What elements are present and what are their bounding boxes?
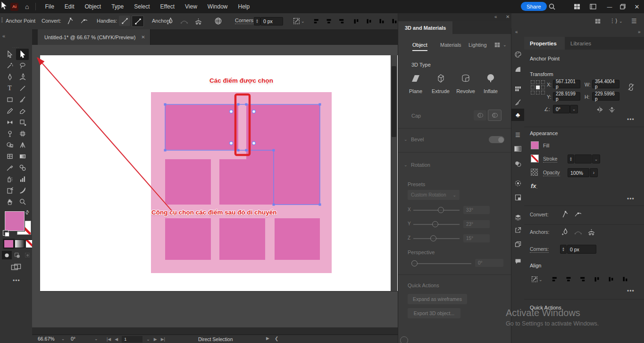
rotation-value[interactable]: 0° — [71, 336, 75, 342]
export-panel-icon[interactable] — [511, 224, 524, 236]
w-input[interactable]: 354.4004 p — [592, 80, 619, 88]
fill-color-button[interactable] — [4, 240, 14, 248]
color-guide-panel-icon[interactable] — [511, 63, 524, 76]
color-panel-icon[interactable] — [511, 48, 524, 60]
last-page-icon[interactable]: ▶| — [161, 337, 165, 342]
canvas-area[interactable]: Các điểm được chọn Công cụ chọn các điểm… — [32, 45, 398, 334]
rectangle-tool[interactable] — [3, 94, 16, 105]
pen-tool[interactable] — [3, 71, 16, 83]
puppet-warp-tool[interactable] — [3, 128, 16, 139]
reference-point-grid[interactable] — [531, 80, 545, 94]
document-tab[interactable]: Untitled-1* @ 66.67 % (CMYK/Preview) ✕ — [38, 29, 151, 45]
align-target-icon[interactable] — [531, 275, 538, 283]
restore-button[interactable] — [619, 3, 627, 10]
draw-inside-mode[interactable] — [23, 251, 33, 259]
comments-panel-icon[interactable] — [511, 255, 524, 267]
props-cut-path-icon[interactable] — [587, 228, 595, 236]
close-button[interactable]: ✕ — [631, 1, 643, 12]
menu-view[interactable]: View — [180, 0, 202, 13]
draw-behind-mode[interactable] — [12, 251, 22, 259]
add-anchor-icon[interactable] — [166, 17, 174, 25]
gradient-tool[interactable] — [16, 151, 29, 162]
graphic-styles-panel-icon[interactable] — [511, 191, 524, 204]
artboard-tool[interactable] — [16, 128, 29, 139]
home-icon[interactable]: ⌂ — [25, 3, 29, 10]
menu-effect[interactable]: Effect — [155, 0, 180, 13]
align-hcenter-icon[interactable] — [325, 17, 333, 25]
screen-mode-icon[interactable] — [10, 263, 22, 271]
status-expand-icon[interactable]: ▶ — [266, 336, 269, 341]
opacity-input[interactable]: 100% — [568, 168, 589, 177]
shape-builder-tool[interactable] — [3, 139, 16, 151]
vertical-scrollbar[interactable] — [391, 55, 397, 291]
page-chevron[interactable]: ⌄ — [146, 337, 150, 342]
curvature-tool[interactable] — [16, 71, 29, 83]
column-graph-tool[interactable] — [16, 173, 29, 185]
selection-tool[interactable] — [3, 49, 16, 60]
scrollbar-thumb[interactable] — [392, 66, 396, 137]
artboards-panel-icon[interactable] — [511, 238, 524, 250]
opacity-label[interactable]: Opacity — [543, 170, 560, 176]
menu-object[interactable]: Object — [80, 0, 107, 13]
page-number-input[interactable]: 1 — [122, 336, 142, 343]
stroke-weight-stepper[interactable]: ▲▼ — [568, 154, 574, 163]
line-segment-tool[interactable] — [16, 83, 29, 94]
magic-wand-tool[interactable] — [3, 60, 16, 71]
hide-handles-button[interactable] — [132, 16, 144, 27]
search-icon[interactable] — [548, 3, 556, 10]
edit-toolbar-more[interactable]: ••• — [13, 277, 20, 284]
slice-tool[interactable] — [3, 185, 16, 196]
eyedropper-tool[interactable] — [3, 162, 16, 173]
status-collapse-icon[interactable]: ❮ — [275, 336, 278, 341]
menu-help[interactable]: Help — [233, 0, 255, 13]
artwork-rect-bottom-center[interactable] — [219, 218, 265, 260]
mesh-tool[interactable] — [3, 151, 16, 162]
flip-horizontal-icon[interactable] — [596, 106, 603, 113]
pencil-tool[interactable] — [3, 105, 16, 117]
panel-collapse-icon[interactable]: « — [494, 14, 497, 19]
align-top-icon[interactable] — [352, 17, 360, 25]
width-tool[interactable] — [3, 117, 16, 128]
artwork-rect-bottom-left[interactable] — [165, 218, 211, 260]
stroke-weight-chevron[interactable]: ⌄ — [592, 154, 600, 163]
tab-materials[interactable]: Materials — [440, 42, 461, 48]
type-tool[interactable]: T — [3, 83, 16, 94]
props-align-top-icon[interactable] — [593, 275, 601, 283]
prev-page-icon[interactable]: ◀ — [115, 337, 118, 342]
workspace-switch-icon[interactable]: ⋮⟩ ⌄ — [610, 17, 623, 24]
corners-stepper[interactable]: ▲▼ — [254, 17, 260, 26]
dock-grid-icon[interactable] — [594, 18, 601, 25]
symbol-sprayer-tool[interactable] — [3, 173, 16, 185]
stroke-weight-input[interactable] — [575, 154, 592, 163]
app-logo[interactable]: Ai — [10, 3, 18, 11]
share-button[interactable]: Share — [521, 2, 547, 11]
props-align-bottom-icon[interactable] — [621, 275, 629, 283]
tab-lighting[interactable]: Lighting — [468, 42, 487, 48]
panel-options-chevron[interactable]: ⌄ — [503, 43, 507, 47]
panel-menu-icon[interactable]: ☰ — [631, 17, 637, 25]
fill-swatch[interactable] — [5, 211, 25, 231]
paintbrush-tool[interactable] — [16, 94, 29, 105]
y-input[interactable]: 228.9199 p — [553, 92, 580, 101]
corners-label[interactable]: Corners: — [235, 17, 255, 24]
next-page-icon[interactable]: ▶ — [154, 337, 157, 342]
opacity-checker-icon[interactable] — [531, 169, 538, 176]
convert-smooth-icon[interactable] — [80, 17, 88, 25]
tab-object[interactable]: Object — [412, 42, 427, 51]
lasso-tool[interactable] — [16, 60, 29, 71]
tab-close-icon[interactable]: ✕ — [141, 34, 145, 40]
draw-normal-mode[interactable] — [2, 251, 12, 259]
link-dimensions-icon[interactable] — [627, 83, 635, 91]
rotation-chevron[interactable]: ⌄ — [94, 336, 98, 341]
minimize-button[interactable]: — — [603, 1, 616, 12]
align-bottom-icon[interactable] — [378, 17, 385, 25]
globe-icon[interactable] — [214, 17, 222, 25]
fill-label[interactable]: Fill — [543, 143, 549, 148]
props-add-anchor-icon[interactable] — [561, 228, 569, 236]
appearance-panel-icon[interactable] — [511, 177, 524, 189]
workspace-icon[interactable] — [573, 3, 581, 10]
menu-window[interactable]: Window — [202, 0, 233, 13]
3d-type-inflate[interactable]: Inflate — [479, 72, 502, 94]
brushes-panel-icon[interactable] — [511, 96, 524, 109]
stroke-panel-icon[interactable]: ☰ — [511, 129, 524, 141]
